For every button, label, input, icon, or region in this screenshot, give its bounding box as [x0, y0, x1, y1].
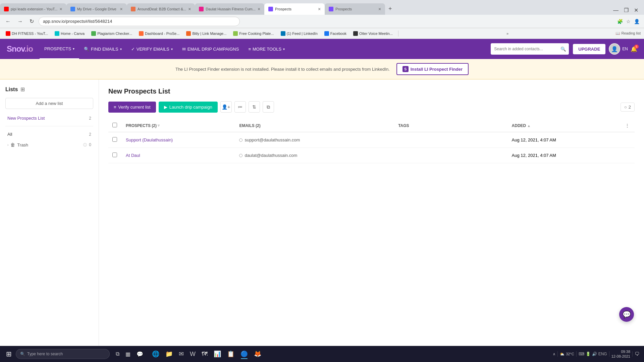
row2-name[interactable]: At Daul	[126, 153, 140, 158]
taskbar-app-edge[interactable]: 🌐	[149, 348, 162, 360]
launch-drip-button[interactable]: ▶ Launch drip campaign	[159, 102, 218, 113]
logo-text: Snov	[7, 44, 24, 53]
reading-list-button[interactable]: 📖 Reading list	[615, 31, 641, 36]
nav-prospects[interactable]: PROSPECTS ▾	[40, 39, 79, 59]
bookmark-star-icon[interactable]: ☆	[625, 18, 632, 25]
reload-button[interactable]: ↻	[28, 17, 36, 26]
row1-name[interactable]: Support (Daulathussain)	[126, 137, 173, 142]
bookmark-favicon-canva	[55, 31, 59, 36]
close-browser-button[interactable]: ✕	[632, 6, 640, 14]
battery-icon[interactable]: 🔋	[586, 352, 591, 356]
add-list-button[interactable]: Add a new list	[5, 98, 93, 109]
chat-icon[interactable]: 💬	[134, 349, 146, 359]
bookmark-cooking[interactable]: Free Cooking Plate...	[231, 30, 276, 37]
tab-close-4[interactable]: ×	[258, 6, 260, 12]
taskbar-app-maps[interactable]: 🗺	[199, 349, 210, 360]
th-actions-menu-icon[interactable]: ⋮	[625, 123, 629, 128]
nav-search-input[interactable]	[491, 47, 558, 51]
bookmark-canva[interactable]: Home - Canva	[52, 30, 87, 37]
tab-close-5[interactable]: ×	[318, 6, 321, 12]
tab-close-3[interactable]: ×	[188, 6, 191, 12]
forward-button[interactable]: →	[15, 17, 25, 26]
bookmark-dh-fitness[interactable]: DH FITNESS - YouT...	[3, 30, 50, 37]
extensions-icon[interactable]: 🧩	[616, 18, 624, 25]
taskbar-clock[interactable]: 09:38 12-08-2021	[611, 349, 630, 359]
th-added-sort-icon[interactable]: ▲	[527, 124, 531, 128]
th-prospects-filter-icon[interactable]: ▿	[158, 123, 160, 128]
restore-button[interactable]: ❐	[622, 6, 630, 14]
taskbar-app-explorer[interactable]: 📁	[163, 348, 175, 360]
nav-search[interactable]: 🔍	[491, 43, 569, 55]
install-li-label: Install LI Prospect Finder	[411, 67, 463, 72]
verify-list-button[interactable]: ≡ Verify current list	[108, 102, 156, 113]
filter-button[interactable]: ≔	[234, 101, 246, 113]
taskbar-app-office[interactable]: 📋	[224, 348, 237, 360]
taskbar-search[interactable]: 🔍 Type here to search	[16, 349, 110, 359]
th-added: ADDED ▲	[508, 119, 621, 132]
language-selector[interactable]: EN	[622, 47, 628, 51]
user-avatar[interactable]: 👤	[609, 43, 620, 55]
tab-6[interactable]: Prospects ×	[325, 3, 385, 15]
bookmark-prose[interactable]: Dashboard - ProSe...	[137, 30, 182, 37]
tab-3[interactable]: AroundDeal: B2B Contact &... ×	[127, 3, 195, 15]
sidebar-item-trash[interactable]: › 🗑 Trash ⓘ 0	[5, 139, 93, 150]
th-actions: ⋮	[621, 119, 635, 132]
trash-info-icon[interactable]: ⓘ	[83, 142, 87, 147]
tab-5[interactable]: Prospects ×	[264, 3, 325, 15]
tab-2[interactable]: My Drive - Google Drive ×	[66, 3, 127, 15]
taskbar-up-arrow[interactable]: ∧	[553, 352, 555, 356]
action-bar: ≡ Verify current list ▶ Launch drip camp…	[108, 101, 635, 113]
bookmark-bitly[interactable]: Bitly | Link Manage...	[184, 30, 229, 37]
windows-start-button[interactable]: ⊞	[3, 348, 15, 360]
tab-close-6[interactable]: ×	[378, 6, 381, 12]
tab-4[interactable]: Daulat Hussain Fitness Cum... ×	[195, 3, 264, 15]
row1-checkbox[interactable]	[112, 137, 117, 142]
profile-icon[interactable]: 👤	[633, 18, 641, 25]
chat-support-button[interactable]: 💬	[619, 307, 634, 322]
sort-icon: ⇅	[252, 104, 256, 110]
url-bar[interactable]: app.snov.io/prospects#/list/5648214	[39, 17, 240, 26]
bookmark-favicon-fc	[233, 31, 238, 36]
bookmark-plagiarism[interactable]: Plagiarism Checker...	[89, 30, 135, 37]
row2-checkbox[interactable]	[112, 153, 117, 157]
taskbar-app-chrome[interactable]: 🔵	[238, 348, 251, 360]
taskbar-app-mail[interactable]: ✉	[176, 348, 186, 360]
widgets-icon[interactable]: ▦	[123, 349, 133, 359]
nav-verify-emails[interactable]: ✓ VERIFY EMAILS ▾	[126, 39, 177, 59]
th-added-label: ADDED	[512, 123, 526, 128]
sidebar-item-all[interactable]: All 2	[5, 129, 93, 139]
install-li-button[interactable]: S Install LI Prospect Finder	[396, 63, 469, 75]
taskbar-app-word[interactable]: W	[187, 349, 198, 360]
tab-close-2[interactable]: ×	[120, 6, 122, 12]
sort-button[interactable]: ⇅	[249, 101, 260, 113]
nav-find-emails[interactable]: 🔍 FIND EMAILS ▾	[79, 39, 126, 59]
upgrade-button[interactable]: UPGRADE	[573, 44, 605, 54]
nav-more-tools[interactable]: ≡ MORE TOOLS ▾	[244, 39, 289, 59]
select-all-checkbox[interactable]	[112, 123, 117, 127]
row1-checkbox-cell	[108, 132, 122, 148]
copy-button[interactable]: ⧉	[263, 101, 274, 113]
bookmark-facebook[interactable]: Facebook	[322, 30, 349, 37]
bookmarks-more[interactable]: »	[506, 32, 508, 36]
task-view-icon[interactable]: ⧉	[113, 349, 122, 359]
tab-close-1[interactable]: ×	[59, 6, 62, 12]
nav-search-button[interactable]: 🔍	[558, 47, 569, 52]
keyboard-icon[interactable]: ⌨	[579, 352, 584, 356]
sidebar-item-new-prospects[interactable]: New Prospects List 2	[5, 113, 93, 123]
minimize-button[interactable]: —	[611, 7, 620, 14]
trash-expand-icon[interactable]: ›	[7, 143, 8, 147]
notification-center-icon[interactable]: 🗨	[635, 351, 639, 357]
taskbar-app-sheets[interactable]: 📊	[211, 348, 224, 360]
bookmark-linkedin[interactable]: (1) Feed | LinkedIn	[278, 30, 320, 37]
volume-icon[interactable]: 🔊	[592, 352, 597, 356]
notification-bell[interactable]: 🔔 5	[631, 46, 637, 52]
bookmark-otter[interactable]: Otter Voice Meetin...	[351, 30, 395, 37]
taskbar-app-firefox[interactable]: 🦊	[251, 348, 264, 360]
bookmark-label-4: Dashboard - ProSe...	[145, 32, 179, 36]
nav-email-drip[interactable]: ✉ EMAIL DRIP CAMPAIGNS	[177, 39, 244, 59]
add-prospect-button[interactable]: 👤+	[220, 101, 232, 113]
new-tab-button[interactable]: +	[385, 5, 395, 12]
folder-icon[interactable]: ⊞	[20, 86, 25, 93]
tab-1[interactable]: pipi leads extension - YouT... ×	[0, 3, 66, 15]
back-button[interactable]: ←	[3, 17, 13, 26]
